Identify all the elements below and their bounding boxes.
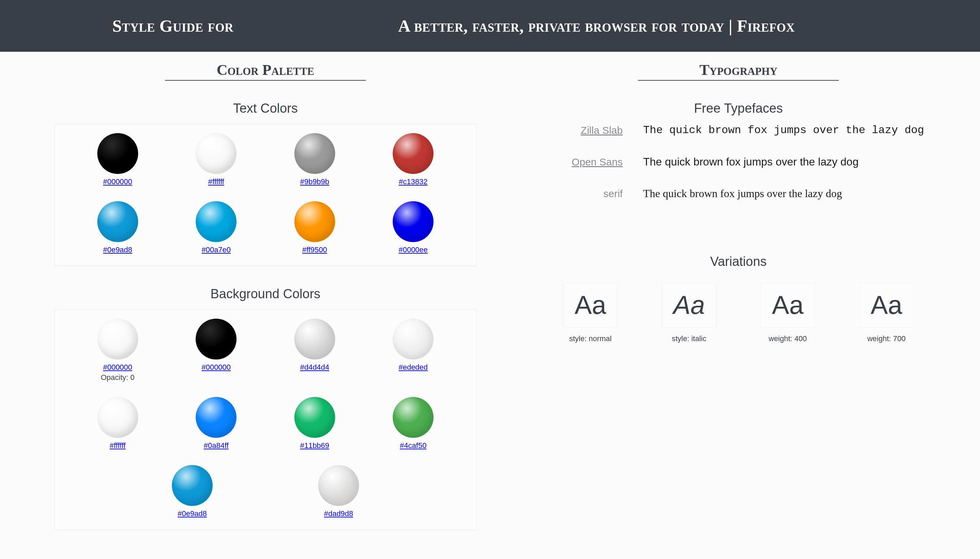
page-header: Style Guide for A better, faster, privat…: [0, 0, 980, 52]
opacity-note: Opacity: 0: [68, 373, 167, 382]
color-sphere: [294, 133, 335, 174]
variation-box: Aa: [563, 283, 618, 327]
color-hex-link[interactable]: #0a84ff: [204, 441, 229, 450]
color-swatch: #d4d4d4: [266, 319, 364, 382]
color-sphere: [393, 319, 434, 359]
header-prefix: Style Guide for: [112, 16, 233, 36]
color-hex-link[interactable]: #c13832: [399, 177, 427, 186]
color-hex-link[interactable]: #0e9ad8: [178, 509, 207, 518]
color-sphere: [97, 397, 138, 438]
color-swatch: #ffffff: [68, 397, 167, 450]
color-hex-link[interactable]: #dad9d8: [324, 509, 353, 518]
variation-box: Aa: [761, 283, 815, 327]
bg-colors-panel: #000000Opacity: 0#000000#d4d4d4#ededed#f…: [54, 309, 477, 530]
color-sphere: [393, 397, 434, 438]
color-swatch: #dad9d8: [318, 465, 359, 518]
color-swatch: #000000: [68, 133, 167, 186]
color-swatch: #000000: [167, 319, 266, 382]
color-sphere: [294, 397, 335, 438]
color-hex-link[interactable]: #0000ee: [398, 245, 428, 254]
variations-title: Variations: [538, 254, 939, 269]
variation-label: style: normal: [563, 334, 618, 343]
bg-colors-grid: #000000Opacity: 0#000000#d4d4d4#ededed#f…: [68, 319, 462, 450]
color-hex-link[interactable]: #0e9ad8: [103, 245, 132, 254]
variations-grid: Aastyle: normalAastyle: italicAaweight: …: [538, 283, 939, 343]
color-sphere: [393, 201, 434, 242]
variation-item: Aastyle: italic: [662, 283, 716, 343]
color-hex-link[interactable]: #000000: [103, 363, 132, 371]
color-sphere: [318, 465, 359, 506]
color-swatch: #11bb69: [266, 397, 364, 450]
bg-colors-extra-row: #0e9ad8#dad9d8: [68, 465, 462, 518]
color-swatch: #0a84ff: [167, 397, 266, 450]
color-swatch: #ffffff: [167, 133, 266, 186]
color-hex-link[interactable]: #00a7e0: [201, 245, 231, 254]
color-hex-link[interactable]: #ffffff: [208, 177, 224, 186]
typography-title: Typography: [638, 61, 839, 81]
color-swatch: #9b9b9b: [266, 133, 364, 186]
variation-label: weight: 700: [859, 334, 914, 343]
variation-item: Aaweight: 700: [859, 283, 914, 343]
color-sphere: [196, 319, 236, 359]
color-swatch: #00a7e0: [167, 201, 266, 254]
color-sphere: [196, 397, 236, 438]
color-hex-link[interactable]: #11bb69: [300, 441, 329, 450]
color-palette-title: Color Palette: [165, 61, 366, 81]
bg-colors-title: Background Colors: [41, 287, 490, 301]
color-sphere: [294, 319, 335, 359]
typeface-row: serifThe quick brown fox jumps over the …: [551, 187, 926, 200]
header-site-title: A better, faster, private browser for to…: [267, 16, 926, 36]
variation-box: Aa: [662, 283, 716, 327]
variation-box: Aa: [859, 283, 914, 327]
variation-label: weight: 400: [761, 334, 815, 343]
text-colors-grid: #000000#ffffff#9b9b9b#c13832#0e9ad8#00a7…: [68, 133, 462, 254]
color-swatch: #c13832: [364, 133, 463, 186]
typeface-name[interactable]: Zilla Slab: [551, 125, 643, 136]
color-hex-link[interactable]: #000000: [201, 363, 231, 371]
color-hex-link[interactable]: #ffffff: [110, 441, 125, 450]
typeface-row: Zilla SlabThe quick brown fox jumps over…: [551, 124, 926, 137]
color-sphere: [97, 319, 138, 359]
color-sphere: [294, 201, 335, 242]
color-hex-link[interactable]: #9b9b9b: [300, 177, 329, 186]
color-sphere: [97, 133, 138, 174]
color-swatch: #4caf50: [364, 397, 463, 450]
typefaces-list: Zilla SlabThe quick brown fox jumps over…: [538, 124, 939, 200]
color-hex-link[interactable]: #d4d4d4: [300, 363, 329, 371]
color-swatch: #ff9500: [266, 201, 364, 254]
color-sphere: [97, 201, 138, 242]
text-colors-title: Text Colors: [41, 101, 490, 116]
typeface-row: Open SansThe quick brown fox jumps over …: [551, 155, 926, 168]
color-swatch: #0000ee: [364, 201, 463, 254]
variation-label: style: italic: [662, 334, 716, 343]
color-swatch: #ededed: [364, 319, 463, 382]
typeface-sample: The quick brown fox jumps over the lazy …: [643, 187, 842, 200]
typeface-sample: The quick brown fox jumps over the lazy …: [643, 124, 924, 137]
color-hex-link[interactable]: #000000: [103, 177, 132, 186]
color-swatch: #0e9ad8: [172, 465, 213, 518]
color-swatch: #000000Opacity: 0: [68, 319, 167, 382]
color-hex-link[interactable]: #4caf50: [400, 441, 426, 450]
typeface-name: serif: [551, 188, 643, 200]
typography-column: Typography Free Typefaces Zilla SlabThe …: [517, 61, 939, 530]
free-typefaces-title: Free Typefaces: [538, 101, 939, 116]
color-hex-link[interactable]: #ff9500: [302, 245, 327, 254]
typeface-sample: The quick brown fox jumps over the lazy …: [643, 155, 858, 168]
color-sphere: [196, 201, 236, 242]
content: Color Palette Text Colors #000000#ffffff…: [0, 52, 980, 530]
text-colors-panel: #000000#ffffff#9b9b9b#c13832#0e9ad8#00a7…: [54, 124, 477, 266]
color-palette-column: Color Palette Text Colors #000000#ffffff…: [41, 61, 490, 530]
variation-item: Aaweight: 400: [761, 283, 815, 343]
typeface-name[interactable]: Open Sans: [551, 156, 643, 168]
color-sphere: [196, 133, 236, 174]
color-swatch: #0e9ad8: [68, 201, 167, 254]
color-sphere: [393, 133, 434, 174]
color-sphere: [172, 465, 213, 506]
variation-item: Aastyle: normal: [563, 283, 618, 343]
color-hex-link[interactable]: #ededed: [398, 363, 428, 371]
